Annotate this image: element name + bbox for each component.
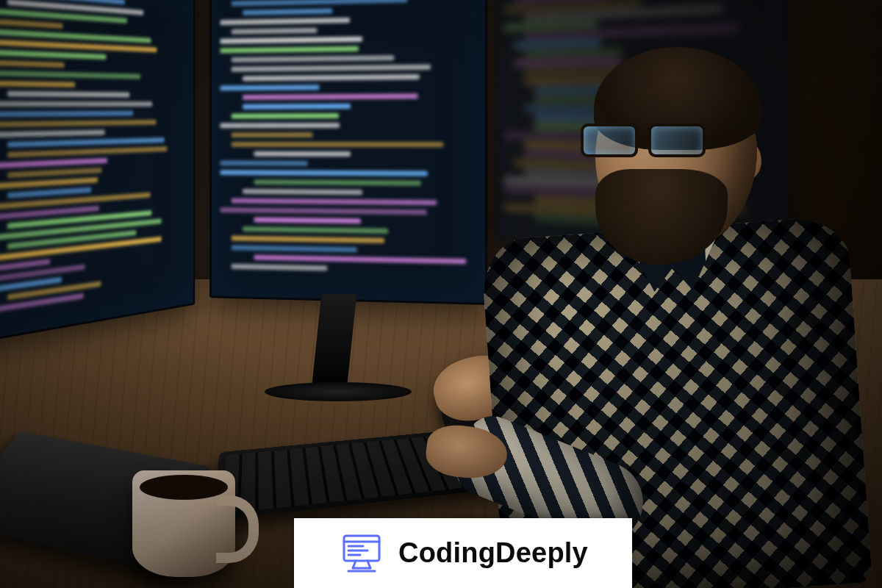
coffee-mug bbox=[132, 470, 235, 577]
blurred-code bbox=[0, 0, 187, 332]
blurred-code bbox=[504, 0, 778, 248]
photo-scene: CodingDeeply bbox=[0, 0, 882, 588]
svg-rect-0 bbox=[344, 536, 379, 561]
watermark-card: CodingDeeply bbox=[294, 518, 632, 588]
background-monitor bbox=[495, 0, 791, 261]
left-monitor bbox=[0, 0, 195, 346]
watermark-brand-name: CodingDeeply bbox=[398, 537, 588, 569]
blurred-code bbox=[220, 0, 476, 293]
computer-code-icon bbox=[338, 531, 385, 576]
monitor-stand-base bbox=[265, 382, 412, 401]
center-monitor bbox=[209, 0, 487, 305]
